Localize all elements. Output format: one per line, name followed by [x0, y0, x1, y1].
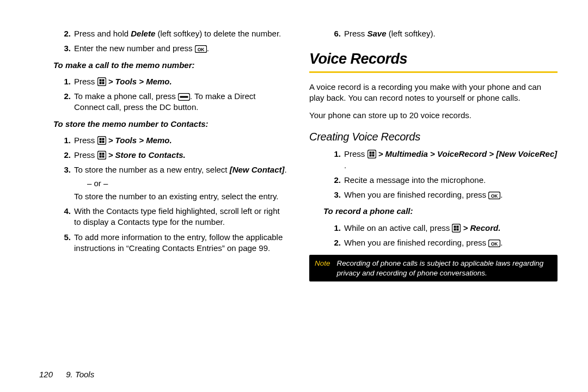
list-item: 2. To make a phone call, press . To make…: [60, 91, 287, 113]
list-item: 2. Press > Store to Contacts.: [60, 150, 287, 161]
paragraph: Your phone can store up to 20 voice reco…: [309, 110, 558, 121]
subsection-heading: Creating Voice Records: [309, 130, 558, 144]
section-label: 9. Tools: [66, 370, 94, 379]
list-item: 3. To store the number as a new entry, s…: [60, 164, 287, 202]
page-number: 120: [39, 370, 53, 379]
list-item: 1. Press > Multimedia > VoiceRecord > [N…: [330, 149, 558, 171]
menu-icon: [367, 150, 376, 158]
paragraph: A voice record is a recording you make w…: [309, 82, 558, 104]
list-item: 6. Press Save (left softkey).: [330, 28, 558, 39]
list-item: 2. Recite a message into the microphone.: [330, 175, 558, 186]
right-column: 6. Press Save (left softkey). Voice Reco…: [309, 28, 558, 288]
note-text: Recording of phone calls is subject to a…: [337, 259, 552, 278]
list-item: 2. When you are finished recording, pres…: [330, 237, 558, 248]
manual-page: 2. Press and hold Delete (left softkey) …: [0, 0, 588, 392]
menu-icon: [97, 136, 106, 145]
ok-icon: [195, 45, 207, 53]
menu-icon: [97, 151, 106, 160]
ok-icon: [488, 192, 500, 199]
subheading: To store the memo number to Contacts:: [53, 119, 287, 130]
menu-icon: [97, 77, 106, 86]
bar-icon: [178, 93, 190, 101]
left-column: 2. Press and hold Delete (left softkey) …: [39, 28, 287, 288]
list-item: 1. Press > Tools > Memo.: [60, 76, 287, 87]
section-heading: Voice Records: [309, 49, 558, 69]
page-footer: 120 9. Tools: [39, 369, 94, 380]
subheading: To make a call to the memo number:: [53, 60, 287, 71]
list-item: 1. While on an active call, press > Reco…: [330, 223, 558, 234]
list-item: 5. To add more information to the entry,…: [60, 232, 287, 254]
note-box: Note Recording of phone calls is subject…: [309, 255, 558, 281]
menu-icon: [452, 224, 461, 232]
list-item: 2. Press and hold Delete (left softkey) …: [60, 28, 287, 39]
list-item: 1. Press > Tools > Memo.: [60, 135, 287, 146]
divider: [309, 71, 558, 73]
subheading: To record a phone call:: [323, 206, 558, 217]
list-item: 3. Enter the new number and press .: [60, 43, 287, 54]
list-item: 4. With the Contacts type field highligh…: [60, 206, 287, 228]
ok-icon: [488, 240, 500, 247]
list-item: 3. When you are finished recording, pres…: [330, 189, 558, 200]
note-label: Note: [315, 259, 330, 278]
